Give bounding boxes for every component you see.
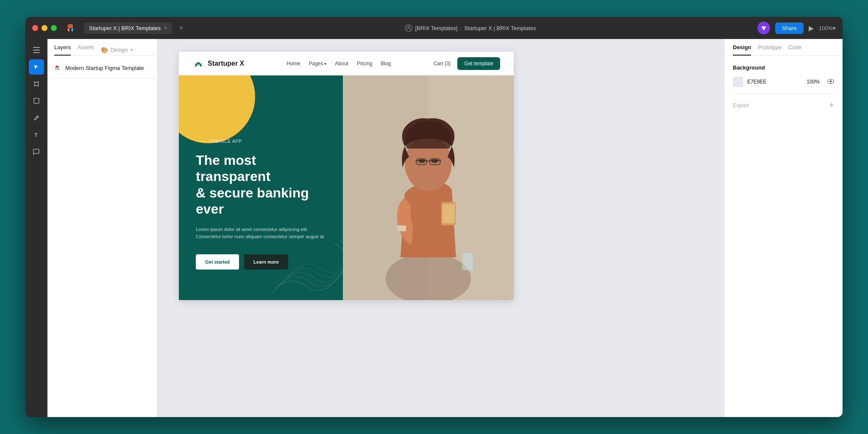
tab-design-label[interactable]: 🎨 Design ▾	[101, 44, 132, 56]
zoom-level[interactable]: 100%▾	[819, 25, 836, 31]
svg-rect-6	[33, 50, 40, 50]
background-row: E7E9EE 100%	[733, 77, 834, 87]
frame-tool-button[interactable]	[29, 76, 44, 92]
menu-button[interactable]	[29, 42, 44, 58]
left-panel-content: Modern Startup Figma Template	[47, 56, 157, 417]
export-row: Export +	[733, 101, 834, 109]
hero-title: The most transparent & secure banking ev…	[196, 152, 326, 217]
share-button[interactable]: Share	[775, 22, 804, 34]
hero-title-line2: & secure banking ever	[196, 185, 309, 217]
svg-rect-30	[462, 253, 473, 270]
export-label: Export	[733, 102, 749, 108]
bg-opacity-value[interactable]: 100%	[807, 79, 820, 85]
svg-point-3	[764, 26, 766, 28]
svg-rect-7	[33, 52, 40, 53]
svg-rect-17	[34, 98, 39, 103]
svg-rect-5	[33, 47, 40, 48]
design-logo: Startuper X	[192, 58, 244, 70]
breadcrumb-team: [BRIX Templates]	[415, 25, 457, 31]
traffic-lights	[32, 25, 57, 31]
titlebar: Startuper X | BRIX Templates × + [BRIX T…	[25, 17, 843, 39]
get-template-button[interactable]: Get template	[457, 57, 500, 70]
figma-logo-icon	[65, 22, 77, 34]
get-started-button[interactable]: Get started	[196, 254, 239, 270]
titlebar-right: Share ▶ 100%▾	[757, 22, 836, 34]
layer-item[interactable]: Modern Startup Figma Template	[47, 61, 157, 75]
svg-rect-8	[35, 82, 38, 86]
svg-point-4	[763, 28, 765, 30]
design-hero: FINANCE APP The most transparent & secur…	[179, 75, 514, 300]
svg-rect-29	[398, 225, 406, 231]
nav-pricing[interactable]: Pricing	[357, 61, 373, 67]
hero-title-line1: The most transparent	[196, 153, 270, 184]
panel-divider	[47, 78, 157, 78]
svg-point-1	[408, 26, 410, 28]
layer-item-label: Modern Startup Figma Template	[65, 65, 144, 71]
tab-layers[interactable]: Layers	[54, 44, 71, 56]
play-icon[interactable]: ▶	[809, 24, 814, 32]
tab-add-icon[interactable]: +	[179, 24, 184, 33]
hero-circle-decoration	[179, 75, 255, 143]
hero-buttons: Get started Learn more	[196, 254, 326, 270]
minimize-button[interactable]	[42, 25, 47, 31]
close-button[interactable]	[32, 25, 38, 31]
left-panel-tabs: Layers Assets 🎨 Design ▾	[47, 39, 157, 56]
shape-tool-button[interactable]	[29, 93, 44, 108]
browser-tab[interactable]: Startuper X | BRIX Templates ×	[84, 22, 172, 34]
tab-prototype[interactable]: Prototype	[758, 44, 782, 56]
bg-color-swatch[interactable]	[733, 77, 743, 87]
hero-tag: FINANCE APP	[196, 139, 326, 144]
background-section-label: Background	[733, 64, 834, 71]
nav-blog[interactable]: Blog	[381, 61, 391, 67]
avatar	[757, 22, 770, 34]
tab-close-icon[interactable]: ×	[164, 25, 167, 31]
svg-text:T: T	[34, 132, 38, 138]
hero-left: FINANCE APP The most transparent & secur…	[179, 75, 343, 300]
nav-home[interactable]: Home	[287, 61, 300, 67]
design-navbar: Startuper X Home Pages About Pricing Blo…	[179, 52, 514, 75]
nav-about[interactable]: About	[335, 61, 348, 67]
toolbar: T	[25, 39, 47, 417]
bg-hex-value[interactable]: E7E9EE	[747, 79, 802, 85]
left-panel: Layers Assets 🎨 Design ▾	[47, 39, 158, 417]
window: Startuper X | BRIX Templates × + [BRIX T…	[25, 17, 843, 417]
right-panel-divider	[733, 94, 834, 94]
breadcrumb-file: Startuper X | BRIX Templates	[464, 25, 536, 31]
nav-pages[interactable]: Pages	[309, 61, 327, 67]
hero-tag-text: FINANCE APP	[209, 139, 242, 144]
svg-rect-28	[442, 204, 455, 223]
maximize-button[interactable]	[51, 25, 57, 31]
comment-tool-button[interactable]	[29, 144, 44, 159]
visibility-toggle-icon[interactable]	[827, 78, 834, 85]
cart-label[interactable]: Cart (3)	[434, 61, 451, 67]
text-tool-button[interactable]: T	[29, 127, 44, 142]
main-area: T Layers Assets 🎨 Design ▾	[25, 39, 843, 417]
canvas[interactable]: Startuper X Home Pages About Pricing Blo…	[158, 39, 724, 417]
hero-photo	[343, 75, 514, 300]
pen-tool-button[interactable]	[29, 110, 44, 125]
svg-point-32	[830, 81, 832, 83]
select-tool-button[interactable]	[29, 59, 44, 75]
breadcrumb: [BRIX Templates] / Startuper X | BRIX Te…	[189, 24, 752, 32]
nav-right: Cart (3) Get template	[434, 57, 500, 70]
tab-assets[interactable]: Assets	[78, 44, 94, 56]
learn-more-button[interactable]: Learn more	[244, 254, 288, 270]
tag-line-decoration	[196, 141, 206, 142]
tab-design-right[interactable]: Design	[733, 44, 751, 56]
breadcrumb-separator: /	[460, 25, 462, 31]
hero-right	[343, 75, 514, 300]
logo-text: Startuper X	[208, 60, 244, 67]
export-add-icon[interactable]: +	[829, 101, 834, 109]
right-panel: Design Prototype Code Background E7E9EE …	[724, 39, 843, 417]
design-frame: Startuper X Home Pages About Pricing Blo…	[179, 52, 514, 300]
nav-links: Home Pages About Pricing Blog	[287, 61, 391, 67]
right-panel-tabs: Design Prototype Code	[724, 39, 843, 56]
right-panel-content: Background E7E9EE 100% Export +	[724, 56, 843, 417]
tab-code[interactable]: Code	[788, 44, 801, 56]
hero-description: Lorem ipsum dolor sit amet consectetur a…	[196, 226, 326, 241]
hero-content: FINANCE APP The most transparent & secur…	[196, 139, 326, 270]
tab-title: Startuper X | BRIX Templates	[89, 25, 161, 31]
svg-point-2	[762, 26, 764, 28]
